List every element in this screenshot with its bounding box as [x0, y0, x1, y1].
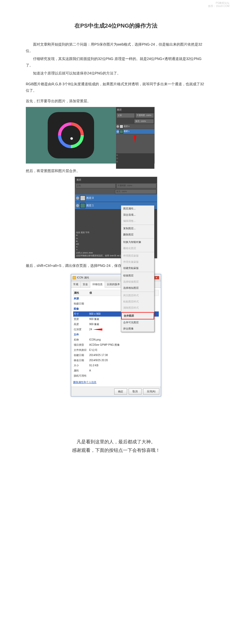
- close-button[interactable]: ✕: [154, 276, 159, 279]
- prop-row[interactable]: 文件夹路径E:\公司: [73, 348, 159, 353]
- layer-thumb: [80, 196, 85, 201]
- menu-item: 拷贝图层样式: [121, 292, 154, 299]
- blend-mode[interactable]: 正常: [117, 113, 135, 118]
- ring-icon: [53, 117, 89, 153]
- menu-item: 编辑调整...: [121, 218, 154, 224]
- step-2-text: 然后，将背景图层和图片层合并。: [26, 168, 206, 174]
- layer-row-0[interactable]: 图层 0: [75, 194, 157, 202]
- opacity[interactable]: 不透明度: 100%: [116, 183, 156, 188]
- layer-row-1[interactable]: 图层 1: [116, 129, 154, 134]
- red-arrow-icon: [134, 135, 136, 143]
- menu-item[interactable]: 拼合图像: [121, 326, 154, 332]
- prop-row[interactable]: 脱机可用性: [73, 373, 159, 378]
- apply-button[interactable]: 应用(A): [143, 388, 159, 395]
- cancel-button[interactable]: 取消: [129, 388, 142, 395]
- menu-item: 清除图层样式: [121, 305, 154, 311]
- intro-para-2: 仔细研究发现，其实这跟我们前面提到的32位PNG 原理是一样的。就是24位PNG…: [26, 56, 206, 69]
- menu-item[interactable]: 选择相似图层: [121, 285, 154, 291]
- layer-thumb: [80, 203, 85, 208]
- panel-footer: R:G:B:: [116, 153, 154, 169]
- prop-row[interactable]: 修改日期2014/9/25 20:20: [73, 358, 159, 363]
- menu-item[interactable]: 转换为智能对象: [121, 239, 154, 245]
- ending-text: 凡是看到这里的人，最后都成了大神。 感谢观看，下面的按钮点一下会有惊喜哦！: [26, 438, 206, 454]
- menu-item: 选择链接图层: [121, 279, 154, 285]
- article-content: 在PS中生成24位PNG的操作方法 面对文章刚开始提到的第二个问题：用PS保存图…: [0, 0, 232, 485]
- panel-tab: 图层: [75, 177, 157, 183]
- layers-panel: 图层 正常 不透明度: 100% 填充: 100% 图层 0 图层 1 R: [116, 107, 154, 163]
- context-menu: 图层属性...混合选项...编辑调整...复制图层...删除图层转换为智能对象栅…: [121, 205, 154, 332]
- tab-previous[interactable]: 以前的版本: [105, 281, 122, 287]
- menu-item[interactable]: 复制图层...: [121, 225, 154, 232]
- screenshot-1: 图层 正常 不透明度: 100% 填充: 100% 图层 0 图层 1 R: [26, 107, 155, 164]
- red-arrow-icon: [93, 328, 102, 331]
- menu-item[interactable]: 合并可见图层: [121, 319, 154, 326]
- prop-row[interactable]: 项目类型ACDSee GPMP PNG 图像: [73, 342, 159, 348]
- screenshot-2: 图层 正常 不透明度: 100% 填充: 100% 图层 0 图层 1 信息 通…: [75, 177, 157, 258]
- blend-mode[interactable]: 正常: [76, 183, 116, 188]
- step-3-text: 最后，shift+Ctrl+alt+S，调出保存页面，选择PNG-24，保存即可…: [26, 262, 206, 269]
- prop-row[interactable]: 名称ICON.png: [73, 337, 159, 342]
- menu-item: 停用图层蒙版: [121, 253, 154, 259]
- page-title: 在PS中生成24位PNG的操作方法: [26, 21, 206, 31]
- menu-item[interactable]: 混合选项...: [121, 212, 154, 218]
- panel-tab: 图层: [116, 107, 154, 113]
- intro-para-3: 知道这个原理以后就可以知道保存24位PNG的方法了。: [26, 70, 206, 77]
- layer-row-0[interactable]: 图层 0: [116, 124, 154, 129]
- visibility-icon[interactable]: [76, 197, 79, 200]
- watermark: PS教程论坛 推荐：16xx8.COM: [208, 2, 229, 8]
- visibility-icon[interactable]: [76, 204, 79, 207]
- rgb-note: RGB图片都是由R,G,B 3个8位灰度通道组成的，如果图片格式支持透明，就等同…: [26, 81, 206, 94]
- remove-props-link[interactable]: 删除属性和个人信息: [73, 380, 96, 385]
- layer-thumb: [120, 130, 123, 133]
- menu-item: 粘贴图层样式: [121, 299, 154, 305]
- fill[interactable]: 填充: 100%: [115, 189, 156, 194]
- menu-item[interactable]: 图层属性...: [121, 206, 154, 212]
- step-1-text: 首先，打开要导出的图片，添加背景层。: [26, 98, 206, 104]
- menu-item: 停用矢量蒙版: [121, 259, 154, 265]
- canvas-area: [26, 107, 116, 163]
- tab-general[interactable]: 常规: [71, 281, 81, 287]
- tab-details[interactable]: 详细信息: [90, 281, 105, 288]
- menu-item[interactable]: 合并图层: [121, 312, 154, 319]
- section-file: 文件: [73, 332, 159, 337]
- prop-row[interactable]: 创建日期2014/9/25 17:38: [73, 353, 159, 358]
- fill[interactable]: 填充: 100%: [134, 119, 154, 124]
- intro-para-1: 面对文章刚开始提到的第二个问题：用PS保存图片为web格式，选择PNG-24，但…: [26, 41, 206, 54]
- dialog-title: ICON 属性: [77, 276, 89, 279]
- menu-item: 栅格化图层: [121, 245, 154, 251]
- menu-item[interactable]: 创建剪贴蒙版: [121, 265, 154, 271]
- ok-button[interactable]: 确定: [114, 388, 127, 395]
- app-icon: [48, 112, 94, 158]
- tab-security[interactable]: 安全: [81, 281, 90, 287]
- window-icon: [73, 276, 76, 279]
- opacity[interactable]: 不透明度: 100%: [135, 113, 154, 118]
- menu-item[interactable]: 删除图层: [121, 232, 154, 238]
- prop-row[interactable]: 大小91.0 KB: [73, 363, 159, 368]
- prop-row[interactable]: 属性A: [73, 368, 159, 373]
- visibility-icon[interactable]: [117, 130, 119, 133]
- menu-item[interactable]: 链接图层: [121, 273, 154, 279]
- layer-thumb: [120, 125, 123, 128]
- visibility-icon[interactable]: [117, 125, 119, 128]
